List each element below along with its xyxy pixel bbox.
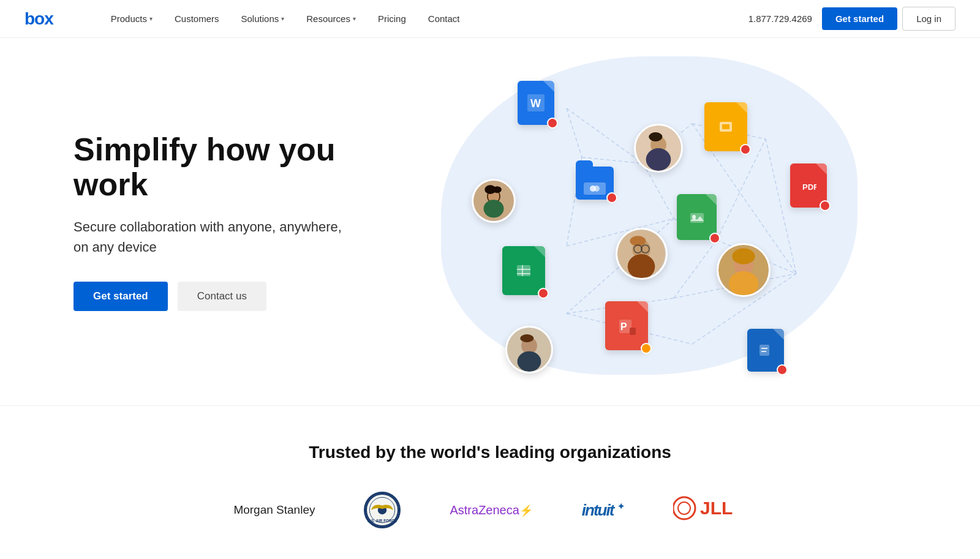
chevron-down-icon: ▾	[281, 15, 284, 22]
svg-text:U.S. AIR FORCE: U.S. AIR FORCE	[368, 519, 397, 523]
folder-icon	[576, 167, 614, 200]
avatar-man-1	[634, 124, 683, 173]
sheets-file-icon	[502, 246, 545, 295]
svg-text:P: P	[620, 321, 627, 332]
astrazeneca-logo: AstraZeneca⚡	[450, 503, 532, 517]
air-force-logo: U.S. AIR FORCE	[364, 492, 401, 528]
svg-rect-22	[722, 124, 729, 129]
avatar-woman	[472, 179, 516, 223]
hero-title: Simplify how you work	[74, 132, 368, 202]
svg-line-3	[567, 108, 582, 157]
svg-line-12	[674, 240, 717, 298]
svg-point-68	[678, 502, 690, 514]
svg-line-0	[567, 108, 643, 163]
hero-subtitle: Secure collaboration with anyone, anywhe…	[74, 217, 343, 257]
box-logo[interactable]: box	[24, 9, 53, 29]
svg-point-57	[518, 351, 541, 372]
blue-file-icon	[747, 329, 784, 372]
hero-buttons: Get started Contact us	[74, 282, 368, 311]
nav-link-customers[interactable]: Customers	[166, 0, 228, 38]
pdf-file-icon: PDF	[790, 163, 827, 208]
svg-point-50	[729, 271, 758, 295]
svg-point-30	[594, 186, 600, 192]
hero-section: Simplify how you work Secure collaborati…	[0, 38, 980, 405]
svg-rect-54	[630, 328, 636, 335]
avatar-woman-2	[717, 243, 771, 297]
svg-rect-35	[517, 265, 530, 276]
nav-link-pricing[interactable]: Pricing	[369, 0, 415, 38]
avatar-man-glasses	[616, 228, 668, 280]
hero-contact-button[interactable]: Contact us	[178, 282, 266, 311]
slides-file-icon	[704, 102, 747, 151]
trusted-section: Trusted by the world's leading organizat…	[0, 405, 980, 553]
morgan-stanley-logo: Morgan Stanley	[233, 503, 315, 517]
svg-point-58	[520, 334, 533, 342]
svg-point-28	[492, 186, 502, 193]
powerpoint-file-icon: P	[605, 301, 648, 350]
svg-point-43	[628, 254, 655, 278]
hero-get-started-button[interactable]: Get started	[74, 282, 168, 311]
svg-point-34	[649, 132, 662, 141]
word-file-icon: W	[518, 81, 554, 125]
avatar-man-2	[505, 326, 553, 373]
hero-illustration: .net-line { stroke: #aec6e8; stroke-widt…	[404, 44, 931, 399]
logo-grid: Morgan Stanley U.S. AIR FORCE AstraZenec…	[24, 492, 956, 528]
hero-content: Simplify how you work Secure collaborati…	[74, 132, 368, 311]
nav-link-products[interactable]: Products ▾	[102, 0, 161, 38]
trusted-title: Trusted by the world's leading organizat…	[24, 443, 956, 462]
chevron-down-icon: ▾	[149, 15, 153, 22]
svg-text:PDF: PDF	[802, 182, 816, 192]
svg-rect-39	[690, 213, 704, 223]
jll-logo: JLL	[673, 495, 747, 526]
svg-point-51	[732, 249, 755, 264]
nav-get-started-button[interactable]: Get started	[822, 7, 897, 30]
svg-text:JLL: JLL	[700, 498, 733, 518]
nav-link-solutions[interactable]: Solutions ▾	[233, 0, 293, 38]
svg-point-33	[646, 148, 671, 171]
svg-point-67	[673, 497, 695, 519]
nav-link-resources[interactable]: Resources ▾	[298, 0, 364, 38]
image-file-icon	[677, 194, 717, 240]
svg-line-7	[717, 139, 766, 240]
nav-link-contact[interactable]: Contact	[420, 0, 469, 38]
intuit-logo: intuit ✦	[582, 501, 624, 520]
svg-rect-60	[760, 345, 769, 356]
svg-text:W: W	[530, 97, 541, 110]
svg-point-26	[484, 200, 504, 217]
chevron-down-icon: ▾	[353, 15, 356, 22]
navigation: box Products ▾ Customers Solutions ▾ Res…	[0, 0, 980, 38]
phone-number: 1.877.729.4269	[748, 13, 812, 24]
nav-links: Products ▾ Customers Solutions ▾ Resourc…	[102, 0, 748, 38]
nav-login-button[interactable]: Log in	[902, 7, 956, 31]
